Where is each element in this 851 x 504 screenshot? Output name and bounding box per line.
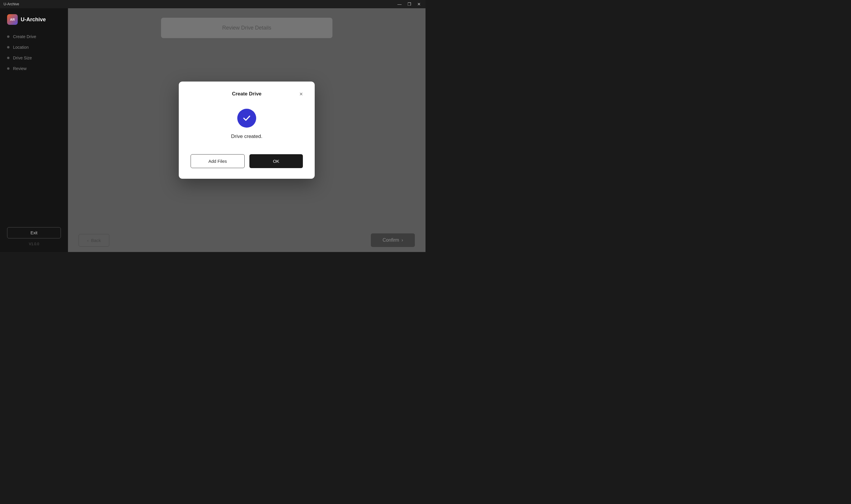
nav-dot-location bbox=[7, 46, 10, 49]
close-window-button[interactable]: ✕ bbox=[416, 2, 422, 6]
nav-dot-drive-size bbox=[7, 57, 10, 59]
sidebar-item-create-drive[interactable]: Create Drive bbox=[7, 34, 61, 39]
checkmark-icon bbox=[242, 113, 251, 123]
modal-header: Create Drive × bbox=[191, 91, 303, 97]
sidebar-logo: AR U-Archive bbox=[0, 14, 68, 34]
logo-icon: AR bbox=[7, 14, 18, 25]
minimize-button[interactable]: — bbox=[396, 2, 403, 6]
add-files-button[interactable]: Add Files bbox=[191, 154, 245, 168]
sidebar: AR U-Archive Create Drive Location Drive… bbox=[0, 8, 68, 252]
sidebar-item-review[interactable]: Review bbox=[7, 66, 61, 71]
nav-dot-review bbox=[7, 67, 10, 70]
sidebar-item-label-create-drive: Create Drive bbox=[13, 34, 36, 39]
main-content: Review Drive Details Create Drive × Driv… bbox=[68, 8, 426, 252]
exit-button[interactable]: Exit bbox=[7, 227, 61, 238]
sidebar-item-label-location: Location bbox=[13, 45, 29, 50]
ok-button[interactable]: OK bbox=[249, 154, 303, 168]
sidebar-nav: Create Drive Location Drive Size Review bbox=[0, 34, 68, 227]
modal-footer: Add Files OK bbox=[191, 154, 303, 168]
sidebar-item-drive-size[interactable]: Drive Size bbox=[7, 56, 61, 60]
sidebar-item-location[interactable]: Location bbox=[7, 45, 61, 50]
sidebar-item-label-review: Review bbox=[13, 66, 26, 71]
modal-message: Drive created. bbox=[231, 133, 262, 140]
modal-overlay: Create Drive × Drive created. Add Files … bbox=[68, 8, 426, 252]
maximize-button[interactable]: ❐ bbox=[406, 2, 413, 6]
window-controls: — ❐ ✕ bbox=[396, 2, 422, 6]
modal-close-button[interactable]: × bbox=[299, 91, 303, 97]
logo-text: U-Archive bbox=[21, 17, 46, 23]
app-container: AR U-Archive Create Drive Location Drive… bbox=[0, 8, 426, 252]
success-icon bbox=[237, 109, 256, 128]
version-text: V1.0.0 bbox=[7, 242, 61, 246]
title-bar: U-Archive — ❐ ✕ bbox=[0, 0, 426, 8]
sidebar-bottom: Exit V1.0.0 bbox=[0, 227, 68, 246]
app-title: U-Archive bbox=[3, 2, 19, 6]
modal-title: Create Drive bbox=[232, 91, 261, 97]
sidebar-item-label-drive-size: Drive Size bbox=[13, 56, 32, 60]
modal-body: Drive created. bbox=[191, 109, 303, 140]
modal: Create Drive × Drive created. Add Files … bbox=[179, 82, 315, 179]
nav-dot-create-drive bbox=[7, 35, 10, 38]
